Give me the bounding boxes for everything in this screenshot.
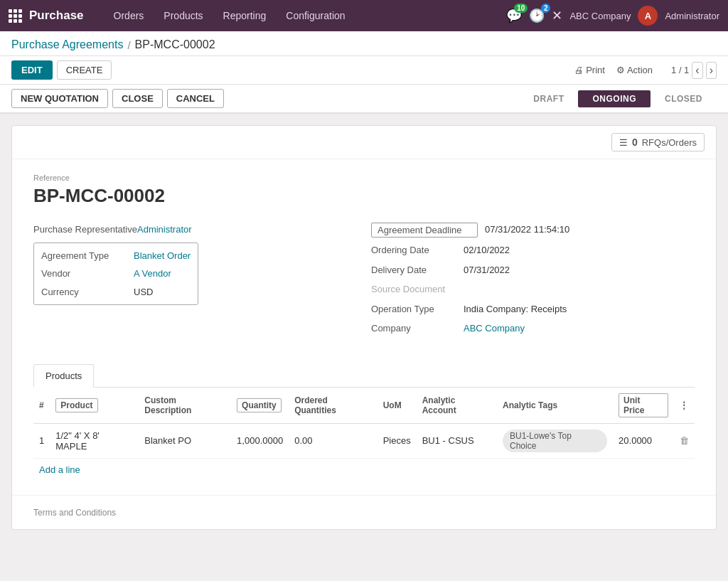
fields-section: Purchase Representative Administrator Ag… bbox=[33, 223, 695, 336]
nav-products[interactable]: Products bbox=[154, 0, 213, 31]
breadcrumb-separator: / bbox=[127, 39, 130, 51]
record-body: Reference BP-MCC-00002 Purchase Represen… bbox=[12, 159, 716, 364]
source-document-field: Source Document bbox=[371, 282, 695, 297]
table-header-row: # Product Custom Description Quantity Or… bbox=[33, 388, 695, 424]
new-quotation-button[interactable]: NEW QUOTATION bbox=[11, 89, 108, 108]
list-icon: ☰ bbox=[619, 137, 628, 148]
card-header: ☰ 0 RFQs/Orders bbox=[12, 126, 716, 159]
breadcrumb: Purchase Agreements / BP-MCC-00002 bbox=[0, 31, 728, 56]
status-stages: DRAFT ONGOING CLOSED bbox=[519, 90, 717, 107]
settings-icon[interactable]: ✕ bbox=[552, 8, 562, 23]
nav-links: Orders Products Reporting Configuration bbox=[104, 0, 507, 31]
tab-section: Products # Product Custom Description Qu… bbox=[12, 364, 716, 495]
nav-reporting[interactable]: Reporting bbox=[213, 0, 277, 31]
company-name: ABC Company bbox=[569, 11, 631, 21]
reference-value: BP-MCC-00002 bbox=[33, 185, 695, 207]
tab-products[interactable]: Products bbox=[33, 364, 94, 388]
nav-configuration[interactable]: Configuration bbox=[276, 0, 355, 31]
cell-analytic-tags: BU1-Lowe's Top Choice bbox=[497, 423, 613, 458]
stage-ongoing: ONGOING bbox=[578, 90, 651, 107]
edit-button[interactable]: EDIT bbox=[11, 60, 53, 80]
col-analytic-account: Analytic Account bbox=[417, 388, 497, 424]
grid-menu-icon[interactable] bbox=[9, 9, 22, 23]
cell-num: 1 bbox=[33, 423, 50, 458]
nav-orders[interactable]: Orders bbox=[104, 0, 154, 31]
chat-icon[interactable]: 💬 10 bbox=[506, 8, 522, 23]
print-icon: 🖨 bbox=[574, 65, 584, 75]
admin-name: Administrator bbox=[665, 11, 719, 21]
gear-icon: ⚙ bbox=[616, 65, 625, 75]
cancel-button[interactable]: CANCEL bbox=[167, 89, 224, 108]
purchase-rep-label: Purchase Representative bbox=[33, 223, 137, 237]
tabs: Products bbox=[33, 364, 695, 388]
app-name: Purchase bbox=[29, 9, 84, 23]
rfq-orders-button[interactable]: ☰ 0 RFQs/Orders bbox=[611, 133, 705, 151]
avatar[interactable]: A bbox=[638, 6, 658, 26]
cell-unit-price: 20.0000 bbox=[613, 423, 674, 458]
agreement-type-value[interactable]: Blanket Order bbox=[134, 249, 191, 263]
source-document-label: Source Document bbox=[371, 282, 464, 297]
cell-custom-desc: Blanket PO bbox=[139, 423, 231, 458]
delivery-date-label: Delivery Date bbox=[371, 263, 464, 277]
agreement-deadline-label: Agreement Deadline bbox=[371, 223, 478, 238]
nav-right: 💬 10 🕑 2 ✕ ABC Company A Administrator bbox=[506, 6, 719, 26]
agreement-type-label: Agreement Type bbox=[41, 249, 134, 263]
agreement-deadline-field: Agreement Deadline 07/31/2022 11:54:10 bbox=[371, 223, 695, 238]
terms-label: Terms and Conditions bbox=[33, 508, 116, 518]
operation-type-value: India Company: Receipts bbox=[464, 302, 567, 316]
next-page-button[interactable]: › bbox=[706, 62, 717, 79]
col-analytic-tags: Analytic Tags bbox=[497, 388, 613, 424]
stage-closed: CLOSED bbox=[651, 90, 717, 107]
currency-field: Currency USD bbox=[41, 285, 191, 299]
col-unit-price: Unit Price bbox=[613, 388, 674, 424]
status-bar: NEW QUOTATION CLOSE CANCEL DRAFT ONGOING… bbox=[0, 85, 728, 114]
chat-badge: 10 bbox=[514, 4, 528, 13]
prev-page-button[interactable]: ‹ bbox=[692, 62, 702, 79]
col-custom-desc: Custom Description bbox=[139, 388, 231, 424]
vendor-value[interactable]: A Vendor bbox=[134, 267, 171, 281]
cell-delete[interactable]: 🗑 bbox=[674, 423, 695, 458]
cell-uom: Pieces bbox=[378, 423, 417, 458]
vendor-label: Vendor bbox=[41, 267, 134, 281]
close-button[interactable]: CLOSE bbox=[112, 89, 163, 108]
clock-badge: 2 bbox=[541, 4, 551, 13]
rfq-count: 0 bbox=[632, 137, 638, 148]
col-product: Product bbox=[50, 388, 139, 424]
agreement-deadline-value: 07/31/2022 11:54:10 bbox=[485, 223, 569, 237]
create-button[interactable]: CREATE bbox=[57, 60, 112, 80]
print-label: Print bbox=[586, 65, 605, 75]
add-line-link[interactable]: Add a line bbox=[33, 459, 86, 481]
col-actions: ⋮ bbox=[674, 388, 695, 424]
currency-label: Currency bbox=[41, 285, 134, 299]
col-uom: UoM bbox=[378, 388, 417, 424]
company-value[interactable]: ABC Company bbox=[464, 321, 525, 336]
print-link[interactable]: 🖨 Print bbox=[574, 65, 605, 75]
agreement-type-box: Agreement Type Blanket Order Vendor A Ve… bbox=[33, 242, 198, 306]
ordering-date-value: 02/10/2022 bbox=[464, 243, 510, 257]
table-row: 1 1/2" 4' X 8' MAPLE Blanket PO 1,000.00… bbox=[33, 423, 695, 458]
reference-label: Reference bbox=[33, 174, 695, 182]
clock-icon[interactable]: 🕑 2 bbox=[529, 8, 545, 23]
delivery-date-value: 07/31/2022 bbox=[464, 263, 510, 277]
top-navigation: Purchase Orders Products Reporting Confi… bbox=[0, 0, 728, 31]
main-content: ☰ 0 RFQs/Orders Reference BP-MCC-00002 P… bbox=[0, 114, 728, 541]
cell-quantity: 1,000.0000 bbox=[231, 423, 289, 458]
action-link[interactable]: ⚙ Action bbox=[616, 65, 653, 75]
operation-type-label: Operation Type bbox=[371, 302, 464, 316]
analytic-tag-badge: BU1-Lowe's Top Choice bbox=[503, 430, 607, 452]
terms-section: Terms and Conditions bbox=[12, 495, 716, 529]
delivery-date-field: Delivery Date 07/31/2022 bbox=[371, 263, 695, 277]
action-bar: EDIT CREATE 🖨 Print ⚙ Action 1 / 1 ‹ › bbox=[0, 56, 728, 85]
vendor-field: Vendor A Vendor bbox=[41, 267, 191, 281]
record-card: ☰ 0 RFQs/Orders Reference BP-MCC-00002 P… bbox=[11, 125, 717, 530]
breadcrumb-parent[interactable]: Purchase Agreements bbox=[11, 38, 123, 51]
action-label: Action bbox=[627, 65, 653, 75]
right-fields: Agreement Deadline 07/31/2022 11:54:10 O… bbox=[371, 223, 695, 336]
company-field: Company ABC Company bbox=[371, 321, 695, 336]
currency-value: USD bbox=[134, 285, 153, 299]
rfq-label: RFQs/Orders bbox=[642, 137, 697, 148]
agreement-type-field: Agreement Type Blanket Order bbox=[41, 249, 191, 263]
purchase-rep-value[interactable]: Administrator bbox=[137, 223, 192, 237]
col-ordered-qty: Ordered Quantities bbox=[289, 388, 377, 424]
col-quantity: Quantity bbox=[231, 388, 289, 424]
